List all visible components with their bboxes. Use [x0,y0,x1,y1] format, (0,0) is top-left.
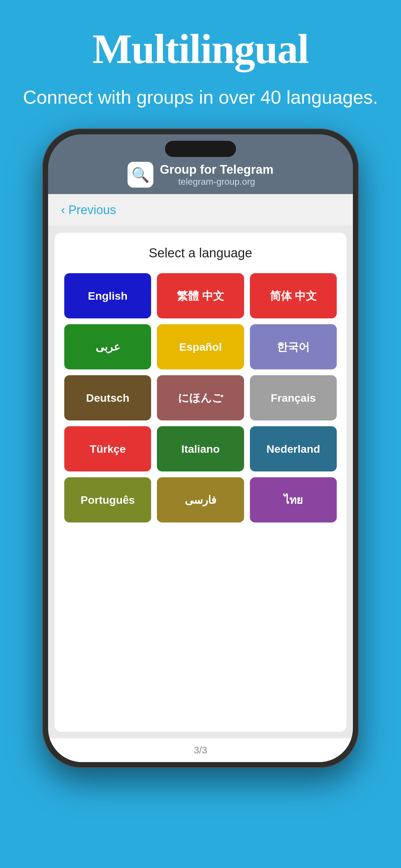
browser-content: ‹ Previous Select a language English繁體 中… [48,194,353,762]
language-button-13[interactable]: فارسی [157,477,244,523]
language-button-1[interactable]: 繁體 中文 [157,273,244,318]
app-icon: 🔍 [127,162,153,188]
language-button-6[interactable]: Deutsch [64,375,151,421]
browser-site-title: Group for Telegram [160,163,274,177]
back-bar[interactable]: ‹ Previous [48,194,353,226]
language-button-0[interactable]: English [64,273,151,318]
page-title: Multilingual [92,26,308,72]
back-button-label[interactable]: Previous [68,203,116,217]
language-button-11[interactable]: Nederland [250,426,337,471]
back-chevron-icon: ‹ [61,203,65,217]
page-subtitle: Connect with groups in over 40 languages… [4,85,397,109]
language-panel: Select a language English繁體 中文简体 中文عربىE… [55,233,346,732]
phone-notch [165,141,236,157]
language-button-14[interactable]: ไทย [250,477,337,523]
browser-site-url: telegram-group.org [178,177,255,187]
language-button-10[interactable]: Italiano [157,426,244,471]
language-button-7[interactable]: にほんご [157,375,244,421]
select-language-title: Select a language [64,246,337,260]
language-grid: English繁體 中文简体 中文عربىEspañol한국어Deutschにほ… [64,273,337,523]
language-button-3[interactable]: عربى [64,324,151,369]
pagination: 3/3 [48,738,353,762]
language-button-9[interactable]: Türkçe [64,426,151,471]
language-button-2[interactable]: 简体 中文 [250,273,337,318]
phone-mockup: 🔍 Group for Telegram telegram-group.org … [42,128,359,768]
language-button-8[interactable]: Français [250,375,337,421]
language-button-5[interactable]: 한국어 [250,324,337,369]
language-button-4[interactable]: Español [157,324,244,369]
language-button-12[interactable]: Português [64,477,151,523]
